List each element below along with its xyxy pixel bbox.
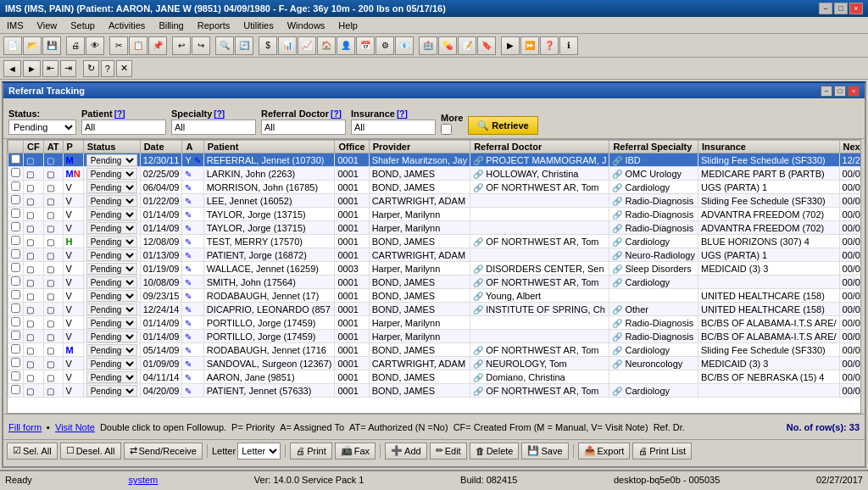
row-status-select[interactable]: Pending	[86, 195, 137, 207]
row-status-select[interactable]: Pending	[86, 168, 137, 180]
nav-back-button[interactable]: ◄	[3, 60, 21, 77]
tb-b15[interactable]: ❓	[540, 36, 559, 55]
table-row[interactable]: ▢ ▢ H Pending 12/08/09 ✎ TEST, MERRY (17…	[8, 235, 862, 248]
table-row[interactable]: ▢ ▢ V Pending 12/24/14 ✎ DICAPRIO, LEONA…	[8, 303, 862, 316]
row-status-select[interactable]: Pending	[86, 209, 137, 220]
col-a[interactable]: A	[182, 141, 203, 153]
row-edit-icon[interactable]: ✎	[185, 292, 192, 301]
system-link[interactable]: system	[128, 475, 158, 485]
col-ref-doctor[interactable]: Referral Doctor	[470, 141, 609, 153]
nav-close-nav-button[interactable]: ✕	[116, 60, 132, 77]
save-button[interactable]: 💾 Save	[521, 443, 568, 459]
row-status-select[interactable]: Pending	[86, 317, 137, 329]
row-status-select[interactable]: Pending	[86, 385, 137, 397]
print-list-button[interactable]: 🖨 Print List	[632, 443, 692, 459]
row-edit-icon[interactable]: ✎	[185, 387, 192, 396]
col-date[interactable]: Date	[140, 141, 182, 153]
tb-b6[interactable]: 📅	[356, 36, 375, 55]
row-status-select[interactable]: Pending	[86, 344, 137, 356]
tb-b1[interactable]: $	[259, 36, 277, 55]
table-row[interactable]: ▢ ▢ V Pending 01/14/09 ✎ PORTILLO, Jorge…	[8, 330, 862, 343]
col-patient[interactable]: Patient	[203, 141, 335, 153]
row-edit-icon[interactable]: ✎	[185, 359, 192, 369]
tb-b11[interactable]: 📝	[458, 36, 476, 55]
row-edit-icon[interactable]: ✎	[185, 183, 192, 192]
delete-button[interactable]: 🗑 Delete	[470, 443, 520, 459]
table-row[interactable]: ▢ ▢ V Pending 09/23/15 ✎ RODABAUGH, Jenn…	[8, 289, 862, 303]
menu-setup[interactable]: Setup	[67, 19, 98, 31]
row-checkbox[interactable]	[11, 209, 20, 218]
table-row[interactable]: ▢ ▢ V Pending 01/14/09 ✎ TAYLOR, Jorge (…	[8, 208, 862, 221]
row-checkbox[interactable]	[11, 276, 20, 286]
row-status-select[interactable]: Pending	[86, 276, 137, 288]
minimize-button[interactable]: −	[819, 3, 832, 14]
row-checkbox[interactable]	[11, 344, 20, 354]
col-ref-specialty[interactable]: Referral Specialty	[609, 141, 698, 153]
tb-preview-button[interactable]: 👁	[86, 36, 104, 55]
table-row[interactable]: ▢ ▢ V Pending 06/04/09 ✎ MORRISON, John …	[8, 181, 862, 194]
row-edit-icon[interactable]: ✎	[185, 332, 192, 342]
row-edit-icon[interactable]: ✎	[185, 237, 192, 247]
referral-table-container[interactable]: CF AT P Status Date A Patient Office Pro…	[7, 139, 861, 414]
menu-windows[interactable]: Windows	[284, 19, 329, 31]
row-edit-icon[interactable]: ✎	[185, 224, 192, 233]
table-row[interactable]: ▢ ▢ V Pending 01/19/09 ✎ WALLACE, Jennet…	[8, 262, 862, 276]
menu-reports[interactable]: Reports	[194, 19, 234, 31]
tb-b9[interactable]: 🏥	[419, 36, 437, 55]
row-status-select[interactable]: Pending	[86, 358, 137, 370]
table-row[interactable]: ▢ ▢ M Pending 12/30/11 Y ✎ REFERRAL, Jen…	[8, 153, 862, 167]
menu-ims[interactable]: IMS	[3, 19, 27, 31]
tb-b13[interactable]: ▶	[501, 36, 520, 55]
table-row[interactable]: ▢ ▢ V Pending 04/11/14 ✎ AARON, Jane (98…	[8, 370, 862, 384]
table-row[interactable]: ▢ ▢ MN Pending 02/25/09 ✎ LARKIN, John (…	[8, 167, 862, 181]
fax-button[interactable]: 📠 Fax	[335, 443, 376, 459]
tb-b14[interactable]: ⏩	[520, 36, 539, 55]
row-status-select[interactable]: Pending	[86, 371, 137, 383]
col-next-followup[interactable]: Next Followup	[839, 141, 861, 153]
row-checkbox[interactable]	[11, 181, 20, 191]
tb-b3[interactable]: 📈	[298, 36, 316, 55]
menu-utilities[interactable]: Utilities	[240, 19, 276, 31]
tb-new-button[interactable]: 📄	[3, 36, 22, 55]
row-checkbox[interactable]	[11, 168, 20, 177]
close-button[interactable]: ×	[849, 3, 863, 14]
menu-help[interactable]: Help	[335, 19, 361, 31]
send-receive-button[interactable]: ⇄ Send/Receive	[124, 443, 203, 459]
row-edit-icon[interactable]: ✎	[185, 346, 192, 355]
col-at[interactable]: AT	[43, 141, 63, 153]
print-button[interactable]: 🖨 Print	[290, 443, 332, 459]
letter-select[interactable]: Letter	[237, 443, 281, 459]
nav-help-button[interactable]: ?	[101, 60, 114, 77]
row-edit-icon[interactable]: ✎	[185, 264, 192, 274]
row-edit-icon[interactable]: ✎	[185, 170, 192, 179]
insurance-help-icon[interactable]: [?]	[397, 109, 408, 119]
menu-view[interactable]: View	[34, 19, 61, 31]
row-checkbox[interactable]	[11, 303, 20, 313]
referral-doctor-help-icon[interactable]: [?]	[331, 109, 342, 119]
row-edit-icon[interactable]: ✎	[185, 251, 192, 260]
col-status[interactable]: Status	[83, 141, 140, 153]
row-status-select[interactable]: Pending	[86, 222, 137, 234]
tb-replace-button[interactable]: 🔄	[235, 36, 253, 55]
sel-all-button[interactable]: ☑ Sel. All	[7, 443, 58, 459]
nav-end-button[interactable]: ⇥	[60, 60, 76, 77]
row-status-select[interactable]: Pending	[86, 181, 137, 193]
more-checkbox[interactable]	[441, 124, 452, 135]
table-row[interactable]: ▢ ▢ V Pending 04/20/09 ✎ PATIENT, Jennet…	[8, 384, 862, 398]
row-edit-icon[interactable]: ✎	[185, 210, 192, 220]
tb-copy-button[interactable]: 📋	[129, 36, 147, 55]
row-checkbox[interactable]	[11, 236, 20, 245]
tb-b4[interactable]: 🏠	[317, 36, 336, 55]
tb-cut-button[interactable]: ✂	[109, 36, 128, 55]
row-checkbox[interactable]	[11, 263, 20, 272]
row-status-select[interactable]: Pending	[86, 290, 137, 302]
tb-b10[interactable]: 💊	[438, 36, 457, 55]
row-edit-icon[interactable]: ✎	[194, 156, 201, 165]
tb-b2[interactable]: 📊	[278, 36, 297, 55]
rt-restore-button[interactable]: □	[834, 86, 846, 97]
row-checkbox[interactable]	[11, 358, 20, 367]
tb-redo-button[interactable]: ↪	[192, 36, 210, 55]
menu-activities[interactable]: Activities	[105, 19, 148, 31]
insurance-filter-input[interactable]	[351, 120, 436, 135]
table-row[interactable]: ▢ ▢ V Pending 10/08/09 ✎ SMITH, John (17…	[8, 276, 862, 289]
